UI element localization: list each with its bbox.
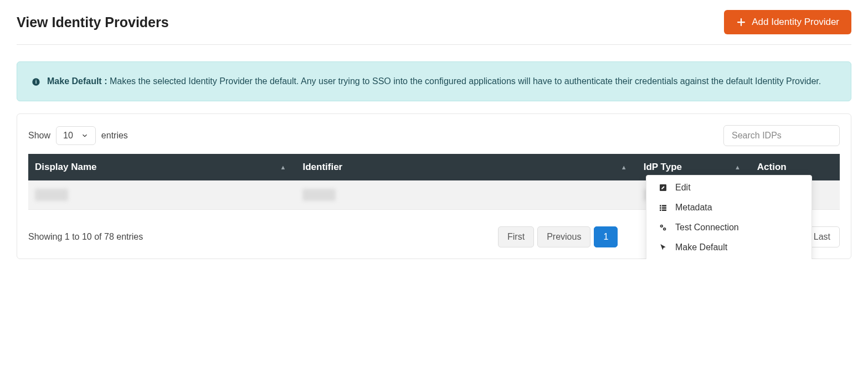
search-input[interactable] xyxy=(723,125,840,146)
idp-table-card: Show 10 entries Display Name ▲ Identifie… xyxy=(17,113,851,259)
entries-label: entries xyxy=(101,131,128,141)
info-bold: Make Default : xyxy=(47,76,107,86)
entries-control: Show 10 entries xyxy=(28,126,128,145)
menu-make-default[interactable]: Make Default xyxy=(646,237,811,257)
info-icon: i xyxy=(32,76,40,89)
menu-edit[interactable]: Edit xyxy=(646,178,811,198)
col-identifier[interactable]: Identifier ▲ xyxy=(296,154,636,180)
menu-metadata-label: Metadata xyxy=(675,203,712,213)
svg-point-12 xyxy=(664,228,665,229)
svg-text:i: i xyxy=(35,80,37,85)
page-title: View Identity Providers xyxy=(17,14,169,30)
menu-make-default-label: Make Default xyxy=(675,242,727,252)
menu-edit-label: Edit xyxy=(675,183,691,193)
svg-rect-5 xyxy=(660,207,661,209)
sort-icon: ▲ xyxy=(621,164,627,170)
svg-rect-8 xyxy=(662,209,666,211)
menu-show-sso-link[interactable]: Show SSO Link xyxy=(646,257,811,259)
menu-metadata[interactable]: Metadata xyxy=(646,198,811,218)
menu-test-label: Test Connection xyxy=(675,223,739,232)
svg-rect-7 xyxy=(660,209,661,211)
info-banner: i Make Default : Makes the selected Iden… xyxy=(17,61,851,101)
svg-rect-4 xyxy=(662,205,666,206)
svg-rect-3 xyxy=(660,205,661,206)
page-first[interactable]: First xyxy=(498,226,534,247)
svg-point-10 xyxy=(661,225,662,226)
cursor-icon xyxy=(659,243,667,252)
edit-icon xyxy=(659,183,667,192)
cell-display-name-redacted xyxy=(35,189,68,201)
table-toolbar: Show 10 entries xyxy=(28,125,840,146)
add-identity-provider-button[interactable]: Add Identity Provider xyxy=(724,10,851,34)
entries-info: Showing 1 to 10 of 78 entries xyxy=(28,232,143,242)
plus-icon xyxy=(736,17,746,27)
col-display-name[interactable]: Display Name ▲ xyxy=(28,154,296,180)
gears-icon xyxy=(659,223,667,232)
menu-test-connection[interactable]: Test Connection xyxy=(646,218,811,237)
chevron-down-icon xyxy=(81,132,89,140)
list-icon xyxy=(659,203,667,212)
svg-rect-6 xyxy=(662,207,666,209)
sort-icon: ▲ xyxy=(280,164,286,170)
info-text: Make Default : Makes the selected Identi… xyxy=(47,74,821,89)
show-label: Show xyxy=(28,131,50,141)
page-1[interactable]: 1 xyxy=(594,226,618,247)
sort-icon: ▲ xyxy=(735,164,741,170)
row-action-dropdown: Edit Metadata Test Connection Make Defau… xyxy=(646,175,812,259)
page-size-value: 10 xyxy=(63,131,73,141)
info-body: Makes the selected Identity Provider the… xyxy=(110,76,821,86)
page-header: View Identity Providers Add Identity Pro… xyxy=(17,0,851,45)
add-button-label: Add Identity Provider xyxy=(752,17,839,28)
page-size-select[interactable]: 10 xyxy=(56,126,96,145)
cell-identifier-redacted xyxy=(302,189,336,201)
page-previous[interactable]: Previous xyxy=(537,226,590,247)
